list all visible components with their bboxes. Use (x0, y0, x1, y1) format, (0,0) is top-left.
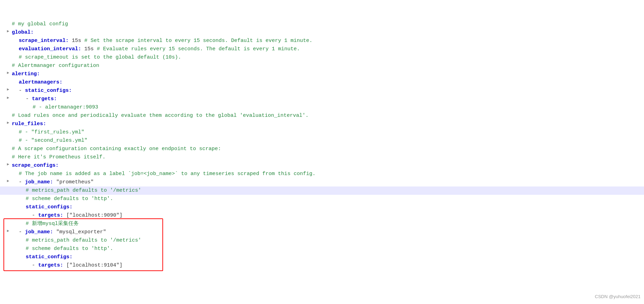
line-content: # The job name is added as a label `job=… (12, 170, 637, 178)
line-content: - job_name: "mysql_exporter" (12, 228, 637, 236)
line-content: evaluation_interval: 15s # Evaluate rule… (12, 45, 637, 53)
comment-text: # Load rules once and periodically evalu… (12, 113, 308, 119)
line-content: - static_configs: (12, 87, 637, 95)
plain-value: - (26, 212, 38, 218)
yaml-key: global: (12, 29, 34, 35)
code-line: # Alertmanager configuration (7, 62, 637, 70)
yaml-key: scrape_interval: (19, 38, 69, 44)
yaml-key: job_name: (25, 179, 53, 185)
code-line: ▶scrape_configs: (7, 162, 637, 170)
comment-text: # scheme defaults to 'http'. (26, 196, 113, 202)
string-value: "mysql_exporter" (53, 229, 106, 235)
yaml-key: job_name: (25, 229, 53, 235)
code-line: # Here it's Prometheus itself. (7, 153, 637, 162)
fold-indicator[interactable]: ▶ (7, 178, 12, 184)
string-value: "prometheus" (53, 179, 94, 185)
comment-text: # Evaluate rules every 15 seconds. The d… (97, 46, 300, 52)
plain-value: - (19, 229, 25, 235)
line-content: # metrics_path defaults to '/metrics' (12, 186, 644, 195)
code-line: - targets: ["localhost:9090"] (7, 211, 637, 220)
yaml-key: alerting: (12, 71, 40, 77)
code-line: # Load rules once and periodically evalu… (7, 112, 637, 120)
comment-text: # my global config (12, 21, 68, 27)
line-content: # scheme defaults to 'http'. (12, 245, 637, 253)
code-line: # The job name is added as a label `job=… (7, 170, 637, 178)
comment-text: # - alertmanager:9093 (33, 104, 98, 110)
code-line: ▶- job_name: "mysql_exporter" (7, 228, 637, 236)
code-line: ▶global: (7, 28, 637, 37)
watermark: CSDN @yuhuofei2021 (595, 293, 641, 301)
line-content: # metrics_path defaults to '/metrics' (12, 236, 637, 245)
line-content: # my global config (12, 20, 637, 28)
plain-value: - (26, 262, 38, 268)
code-line: # 新增mysql采集任务 (7, 220, 637, 228)
comment-text: # metrics_path defaults to '/metrics' (26, 237, 141, 243)
code-editor: # my global config▶global:scrape_interva… (7, 3, 637, 270)
code-line: # my global config (7, 20, 637, 28)
fold-indicator[interactable]: ▶ (7, 228, 12, 234)
line-content: # - "second_rules.yml" (12, 137, 637, 145)
comment-text: # Set the scrape interval to every 15 se… (84, 38, 312, 44)
code-line: ▶- static_configs: (7, 87, 637, 95)
fold-indicator[interactable]: ▶ (7, 95, 12, 101)
code-line: # metrics_path defaults to '/metrics' (0, 186, 644, 195)
code-line: # scheme defaults to 'http'. (7, 195, 637, 203)
string-value: ["localhost:9104"] (63, 262, 122, 268)
comment-text: # 新增mysql采集任务 (26, 221, 79, 227)
fold-indicator[interactable]: ▶ (7, 28, 12, 35)
comment-text: # - "first_rules.yml" (19, 129, 84, 135)
line-content: alerting: (12, 70, 637, 78)
line-content: - targets: ["localhost:9104"] (12, 261, 637, 270)
line-content: # Load rules once and periodically evalu… (12, 112, 637, 120)
string-value: ["localhost:9090"] (63, 212, 122, 218)
yaml-key: targets: (38, 212, 63, 218)
plain-value: - (26, 96, 32, 102)
line-content: alertmanagers: (12, 78, 637, 87)
fold-indicator[interactable]: ▶ (7, 87, 12, 93)
line-content: static_configs: (12, 253, 637, 261)
line-content: # - "first_rules.yml" (12, 128, 637, 137)
code-line: static_configs: (7, 253, 637, 261)
line-content: # Alertmanager configuration (12, 62, 637, 70)
line-content: # scheme defaults to 'http'. (12, 195, 637, 203)
yaml-key: rule_files: (12, 121, 46, 127)
comment-text: # metrics_path defaults to '/metrics' (26, 188, 141, 193)
line-content: # Here it's Prometheus itself. (12, 153, 637, 162)
code-line: ▶- job_name: "prometheus" (7, 178, 637, 186)
line-content: # - alertmanager:9093 (12, 103, 637, 112)
code-line: scrape_interval: 15s # Set the scrape in… (7, 37, 637, 45)
line-content: scrape_configs: (12, 162, 637, 170)
line-content: - targets: (12, 95, 637, 103)
plain-value: 15s (69, 38, 84, 44)
line-content: # scrape_timeout is set to the global de… (12, 53, 637, 62)
code-line: - targets: ["localhost:9104"] (7, 261, 637, 270)
line-content: - targets: ["localhost:9090"] (12, 211, 637, 220)
comment-text: # Alertmanager configuration (12, 63, 99, 69)
line-content: # 新增mysql采集任务 (12, 220, 637, 228)
yaml-key: targets: (32, 96, 57, 102)
yaml-key: scrape_configs: (12, 163, 59, 168)
code-line: evaluation_interval: 15s # Evaluate rule… (7, 45, 637, 53)
yaml-key: static_configs: (26, 204, 73, 210)
fold-indicator[interactable]: ▶ (7, 70, 12, 76)
fold-indicator[interactable]: ▶ (7, 120, 12, 126)
code-line: # metrics_path defaults to '/metrics' (7, 236, 637, 245)
comment-text: # The job name is added as a label `job=… (19, 171, 315, 177)
line-content: scrape_interval: 15s # Set the scrape in… (12, 37, 637, 45)
yaml-key: static_configs: (25, 88, 72, 94)
yaml-key: targets: (38, 262, 63, 268)
comment-text: # Here it's Prometheus itself. (12, 154, 105, 160)
code-line: # - "first_rules.yml" (7, 128, 637, 137)
plain-value: 15s (81, 46, 97, 52)
code-line: ▶rule_files: (7, 120, 637, 128)
code-line: # - alertmanager:9093 (7, 103, 637, 112)
fold-indicator[interactable]: ▶ (7, 162, 12, 168)
line-content: static_configs: (12, 203, 637, 211)
yaml-key: alertmanagers: (19, 79, 62, 85)
comment-text: # - "second_rules.yml" (19, 138, 87, 144)
comment-text: # scheme defaults to 'http'. (26, 246, 113, 252)
yaml-key: static_configs: (26, 254, 73, 260)
code-line: # - "second_rules.yml" (7, 137, 637, 145)
line-content: rule_files: (12, 120, 637, 128)
plain-value: - (19, 88, 25, 94)
